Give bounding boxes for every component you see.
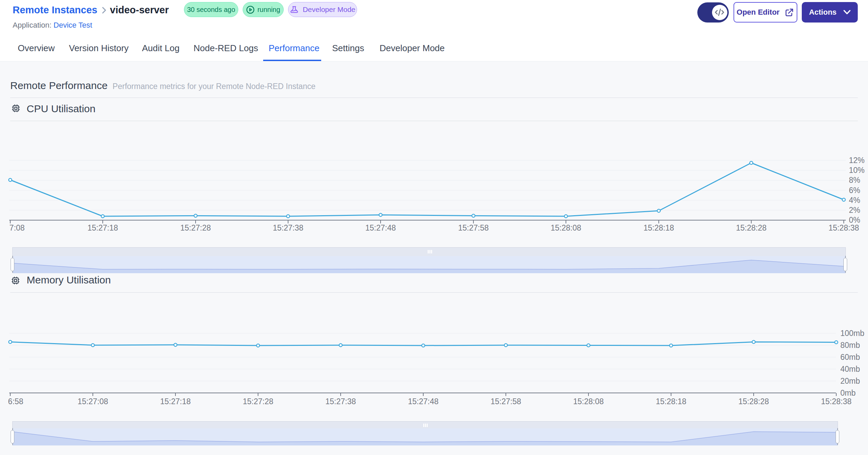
svg-text:15:27:38: 15:27:38 xyxy=(273,223,303,232)
svg-text:15:27:18: 15:27:18 xyxy=(160,397,191,406)
svg-text:0mb: 0mb xyxy=(840,388,856,397)
svg-text:15:27:58: 15:27:58 xyxy=(490,397,521,406)
svg-text:6:58: 6:58 xyxy=(8,397,24,406)
svg-text:15:27:28: 15:27:28 xyxy=(243,397,273,406)
svg-text:80mb: 80mb xyxy=(840,341,860,350)
svg-text:15:27:38: 15:27:38 xyxy=(325,397,356,406)
svg-text:10%: 10% xyxy=(849,166,865,175)
svg-text:100mb: 100mb xyxy=(840,329,864,338)
svg-text:15:28:18: 15:28:18 xyxy=(643,223,674,232)
svg-text:15:27:08: 15:27:08 xyxy=(77,397,108,406)
svg-text:15:28:08: 15:28:08 xyxy=(551,223,581,232)
svg-text:2%: 2% xyxy=(849,206,860,215)
svg-text:60mb: 60mb xyxy=(840,353,860,362)
svg-text:15:27:28: 15:27:28 xyxy=(180,223,211,232)
svg-text:20mb: 20mb xyxy=(840,377,860,385)
svg-text:15:28:38: 15:28:38 xyxy=(821,397,852,406)
svg-text:6%: 6% xyxy=(849,186,860,195)
svg-text:8%: 8% xyxy=(849,176,860,185)
svg-text:15:28:18: 15:28:18 xyxy=(656,397,686,406)
svg-text:15:28:08: 15:28:08 xyxy=(573,397,604,406)
svg-text:15:28:28: 15:28:28 xyxy=(736,223,767,232)
svg-text:15:28:38: 15:28:38 xyxy=(828,223,859,232)
svg-text:12%: 12% xyxy=(849,156,865,165)
svg-text:15:27:58: 15:27:58 xyxy=(458,223,489,232)
svg-text:4%: 4% xyxy=(849,196,860,205)
svg-text:40mb: 40mb xyxy=(840,365,860,373)
svg-text:7:08: 7:08 xyxy=(10,223,25,232)
svg-text:15:28:28: 15:28:28 xyxy=(738,397,769,406)
svg-text:15:27:18: 15:27:18 xyxy=(87,223,118,232)
svg-text:15:27:48: 15:27:48 xyxy=(365,223,396,232)
svg-text:15:27:48: 15:27:48 xyxy=(408,397,439,406)
